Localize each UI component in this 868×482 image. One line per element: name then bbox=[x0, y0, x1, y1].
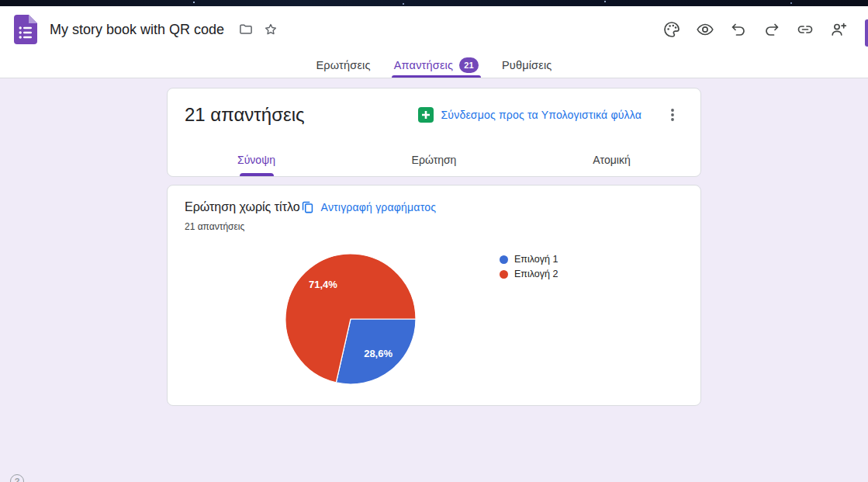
selected-subtab-underline bbox=[240, 173, 274, 176]
copy-chart-button[interactable]: Αντιγραφή γραφήματος bbox=[300, 199, 436, 214]
document-title[interactable]: My story book with QR code bbox=[50, 22, 224, 38]
legend-item-1: Επιλογή 1 bbox=[500, 254, 558, 265]
responses-count-badge: 21 bbox=[459, 57, 479, 73]
legend-item-2: Επιλογή 2 bbox=[500, 269, 558, 279]
copy-icon bbox=[300, 199, 315, 214]
question-responses-count: 21 απαντήσεις bbox=[168, 221, 700, 232]
pie-slice-percent-label-2: 71,4% bbox=[309, 279, 337, 290]
copy-chart-label: Αντιγραφή γραφήματος bbox=[321, 201, 436, 213]
responses-summary-card: 21 απαντήσεις Σύνδεσμος προς τα Υπολογισ… bbox=[167, 88, 701, 177]
subtab-summary-label: Σύνοψη bbox=[237, 154, 275, 166]
subtab-summary[interactable]: Σύνοψη bbox=[168, 144, 345, 176]
subtab-individual[interactable]: Ατομική bbox=[523, 144, 700, 176]
link-to-sheets-label: Σύνδεσμος προς τα Υπολογιστικά φύλλα bbox=[441, 109, 642, 121]
responses-total-title: 21 απαντήσεις bbox=[185, 104, 305, 126]
google-forms-logo-icon[interactable] bbox=[14, 15, 37, 44]
tab-questions[interactable]: Ερωτήσεις bbox=[313, 53, 372, 78]
browser-wallpaper-strip bbox=[0, 0, 868, 6]
question-summary-card: Ερώτηση χωρίς τίτλο Αντιγραφή γραφήματος… bbox=[167, 185, 701, 406]
move-folder-icon[interactable] bbox=[238, 22, 254, 37]
tab-responses-label: Απαντήσεις bbox=[394, 59, 454, 71]
theme-palette-icon[interactable] bbox=[662, 20, 681, 39]
tab-settings[interactable]: Ρυθμίσεις bbox=[500, 53, 555, 78]
subtab-question-label: Ερώτηση bbox=[412, 154, 457, 166]
link-to-sheets-button[interactable]: Σύνδεσμος προς τα Υπολογιστικά φύλλα bbox=[418, 107, 642, 123]
legend-label: Επιλογή 2 bbox=[514, 269, 558, 279]
star-icon[interactable] bbox=[263, 22, 278, 37]
subtab-individual-label: Ατομική bbox=[593, 154, 630, 166]
tab-questions-label: Ερωτήσεις bbox=[316, 59, 370, 71]
tab-settings-label: Ρυθμίσεις bbox=[502, 59, 552, 71]
redo-icon[interactable] bbox=[763, 20, 781, 39]
legend-dot-icon bbox=[500, 270, 508, 279]
copy-link-icon[interactable] bbox=[796, 20, 814, 39]
app-header: My story book with QR code bbox=[0, 6, 868, 53]
help-icon[interactable]: ? bbox=[10, 474, 24, 482]
form-tabs: Ερωτήσεις Απαντήσεις 21 Ρυθμίσεις bbox=[0, 53, 868, 78]
selected-tab-underline bbox=[392, 75, 481, 78]
pie-chart[interactable]: 28,6%71,4% bbox=[282, 251, 419, 387]
chart-legend: Επιλογή 1Επιλογή 2 bbox=[500, 254, 558, 279]
undo-icon[interactable] bbox=[729, 20, 748, 39]
account-avatar[interactable] bbox=[865, 19, 868, 47]
preview-eye-icon[interactable] bbox=[696, 20, 714, 39]
legend-dot-icon bbox=[500, 255, 508, 264]
legend-label: Επιλογή 1 bbox=[514, 254, 558, 265]
add-collaborator-icon[interactable] bbox=[829, 20, 848, 39]
header-toolbar bbox=[662, 20, 848, 39]
tab-responses[interactable]: Απαντήσεις 21 bbox=[392, 53, 481, 78]
responses-page: 21 απαντήσεις Σύνδεσμος προς τα Υπολογισ… bbox=[0, 88, 868, 406]
responses-subtabs: Σύνοψη Ερώτηση Ατομική bbox=[168, 144, 700, 176]
pie-slice-percent-label-1: 28,6% bbox=[364, 348, 393, 359]
subtab-question[interactable]: Ερώτηση bbox=[345, 144, 523, 176]
google-sheets-icon bbox=[418, 107, 434, 123]
more-options-icon[interactable] bbox=[663, 106, 682, 124]
question-title: Ερώτηση χωρίς τίτλο bbox=[185, 200, 300, 214]
